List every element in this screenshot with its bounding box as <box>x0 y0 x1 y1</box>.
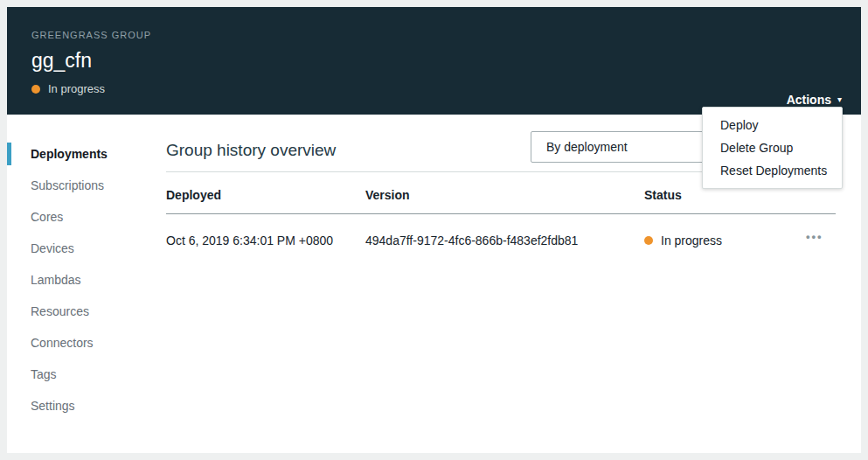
row-status-dot-icon <box>644 236 653 245</box>
status-dot-icon <box>31 85 40 94</box>
menu-item-reset-deployments[interactable]: Reset Deployments <box>703 159 842 182</box>
column-header-deployed: Deployed <box>166 188 221 202</box>
column-header-version: Version <box>365 188 410 202</box>
group-status-label: In progress <box>48 82 105 95</box>
deployment-row-deployed: Oct 6, 2019 6:34:01 PM +0800 <box>166 233 333 247</box>
page-header: GREENGRASS GROUP gg_cfn In progress Acti… <box>7 7 861 115</box>
greengrass-group-eyebrow: GREENGRASS GROUP <box>31 30 151 40</box>
sidebar-item-deployments[interactable]: Deployments <box>7 138 164 170</box>
column-header-status: Status <box>644 188 682 202</box>
actions-button[interactable]: Actions ▾ <box>787 93 842 107</box>
sidebar-item-resources[interactable]: Resources <box>7 296 164 327</box>
row-actions-ellipsis-icon[interactable]: ••• <box>806 230 823 243</box>
console-page: GREENGRASS GROUP gg_cfn In progress Acti… <box>7 7 861 453</box>
sidebar-item-connectors[interactable]: Connectors <box>7 327 164 359</box>
page-title: Group history overview <box>166 141 336 160</box>
sidebar-item-tags[interactable]: Tags <box>7 359 164 390</box>
sidebar-item-lambdas[interactable]: Lambdas <box>7 264 164 296</box>
menu-item-delete-group[interactable]: Delete Group <box>703 136 842 159</box>
sidebar-item-cores[interactable]: Cores <box>7 201 164 233</box>
deployment-row-version: 494da7ff-9172-4fc6-866b-f483ef2fdb81 <box>365 233 578 247</box>
caret-down-icon: ▾ <box>837 95 842 104</box>
sidebar-item-subscriptions[interactable]: Subscriptions <box>7 170 164 201</box>
table-header-divider <box>166 213 836 214</box>
menu-item-deploy[interactable]: Deploy <box>703 114 842 136</box>
group-status-badge: In progress <box>31 82 105 95</box>
actions-menu: Deploy Delete Group Reset Deployments <box>702 107 843 189</box>
row-status-label: In progress <box>661 233 722 247</box>
actions-button-label: Actions <box>787 93 831 107</box>
deployment-row-status: In progress <box>644 233 722 247</box>
group-title: gg_cfn <box>31 49 92 73</box>
sidebar-item-devices[interactable]: Devices <box>7 233 164 264</box>
sidebar-item-settings[interactable]: Settings <box>7 390 164 422</box>
sidebar-nav: Deployments Subscriptions Cores Devices … <box>7 115 164 453</box>
history-filter-value: By deployment <box>546 140 628 154</box>
